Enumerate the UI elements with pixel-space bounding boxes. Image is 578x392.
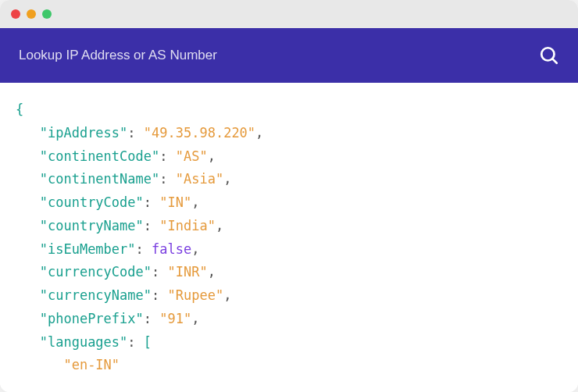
search-input[interactable]	[19, 48, 530, 63]
close-icon[interactable]	[11, 9, 20, 19]
svg-line-1	[552, 59, 556, 62]
json-response: { "ipAddress": "49.35.98.220", "continen…	[0, 83, 578, 392]
search-icon[interactable]	[539, 45, 559, 66]
titlebar	[0, 0, 578, 28]
app-window: { "ipAddress": "49.35.98.220", "continen…	[0, 0, 578, 392]
search-bar	[0, 28, 578, 83]
maximize-icon[interactable]	[42, 9, 52, 19]
minimize-icon[interactable]	[27, 9, 36, 19]
